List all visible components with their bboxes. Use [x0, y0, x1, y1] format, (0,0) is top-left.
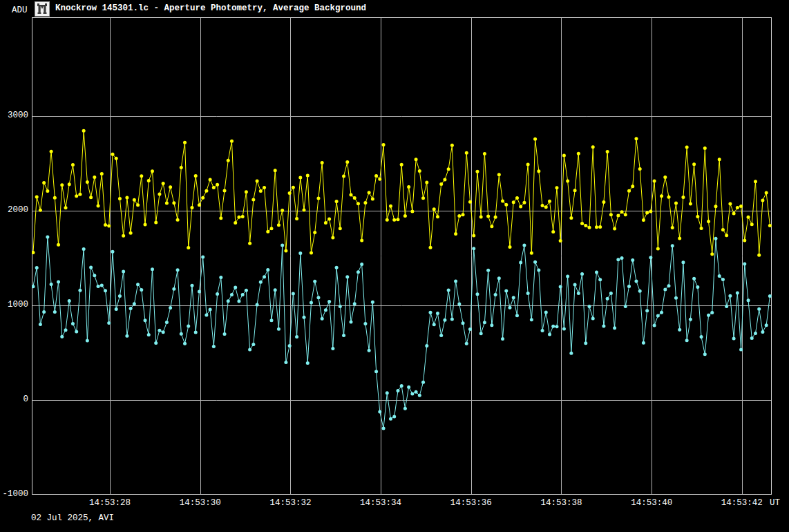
x-tick-label: 14:53:28	[89, 498, 131, 508]
lightcurve-canvas[interactable]	[32, 17, 772, 495]
y-tick-label: -1000	[0, 489, 28, 499]
lightcurve-window: { "window": { "title": "Knockrow 145301.…	[0, 0, 789, 532]
x-tick-label: 14:53:42	[721, 498, 763, 508]
plot-area	[32, 17, 772, 495]
y-axis-unit-label: ADU	[12, 6, 28, 15]
y-tick-label: 3000	[0, 111, 28, 120]
x-tick-label: 14:53:36	[450, 498, 492, 508]
window-title: Knockrow 145301.lc - Aperture Photometry…	[55, 3, 366, 13]
y-tick-label: 1000	[0, 300, 28, 310]
x-tick-label: 14:53:30	[180, 498, 221, 508]
app-icon	[35, 1, 50, 17]
x-tick-label: 14:53:40	[631, 498, 672, 508]
y-tick-label: 0	[0, 395, 28, 404]
x-tick-label: 14:53:34	[360, 498, 401, 508]
x-tick-label: 14:53:32	[269, 498, 311, 508]
x-axis-unit-label: UT	[770, 498, 780, 508]
footer-date-label: 02 Jul 2025, AVI	[31, 513, 114, 523]
y-tick-label: 2000	[0, 205, 28, 215]
x-tick-label: 14:53:38	[540, 498, 582, 508]
